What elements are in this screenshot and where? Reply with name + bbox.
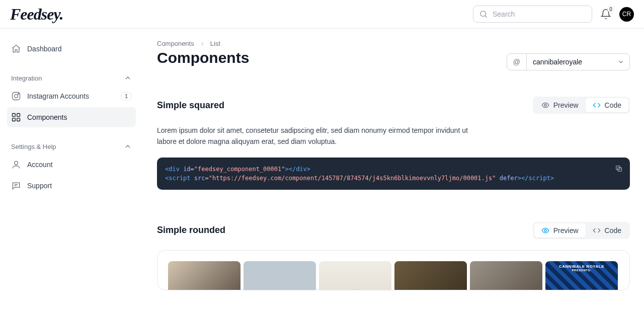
notifications-button[interactable]: 0 bbox=[600, 9, 611, 20]
preview-toggle-button[interactable]: Preview bbox=[534, 223, 586, 238]
sidebar-item-support[interactable]: Support bbox=[7, 176, 136, 196]
copy-button[interactable] bbox=[613, 163, 625, 175]
eye-icon bbox=[541, 226, 549, 235]
account-prefix: @ bbox=[507, 54, 527, 70]
toggle-label: Preview bbox=[553, 101, 579, 109]
svg-rect-6 bbox=[17, 114, 20, 117]
section-label: Integration bbox=[11, 74, 42, 82]
sidebar-item-label: Dashboard bbox=[27, 45, 62, 53]
chevron-up-icon bbox=[124, 74, 132, 82]
code-toggle-button[interactable]: Code bbox=[586, 223, 628, 238]
view-toggle: Preview Code bbox=[533, 222, 630, 239]
svg-point-0 bbox=[480, 11, 486, 17]
instagram-icon bbox=[11, 91, 21, 101]
sidebar-item-instagram-accounts[interactable]: Instagram Accounts 1 bbox=[7, 86, 136, 106]
chevron-right-icon bbox=[199, 41, 205, 47]
toggle-label: Code bbox=[605, 226, 621, 235]
preview-toggle-button[interactable]: Preview bbox=[534, 98, 586, 112]
toggle-label: Preview bbox=[553, 226, 579, 235]
svg-point-3 bbox=[15, 95, 18, 98]
toggle-label: Code bbox=[605, 101, 621, 109]
sidebar-item-dashboard[interactable]: Dashboard bbox=[7, 39, 136, 59]
code-icon bbox=[593, 101, 601, 109]
gallery-preview: CANNIBALE ROYALEPRESENTS: bbox=[157, 250, 630, 290]
breadcrumb: Components List bbox=[157, 40, 630, 47]
search-wrap bbox=[473, 6, 592, 23]
svg-point-9 bbox=[15, 161, 18, 165]
section-label: Settings & Help bbox=[11, 143, 56, 150]
gallery-item[interactable]: CANNIBALE ROYALEPRESENTS: bbox=[545, 261, 618, 290]
gallery-item[interactable] bbox=[244, 261, 316, 290]
gallery-item[interactable] bbox=[168, 261, 240, 290]
svg-point-15 bbox=[544, 229, 546, 231]
home-icon bbox=[11, 44, 21, 54]
gallery-item[interactable] bbox=[470, 261, 542, 290]
grid-icon bbox=[11, 112, 21, 122]
sidebar-item-label: Support bbox=[27, 182, 52, 190]
avatar[interactable]: CR bbox=[619, 7, 634, 22]
instagram-count-badge: 1 bbox=[121, 92, 132, 100]
notification-count-badge: 0 bbox=[607, 6, 614, 13]
gallery-item[interactable] bbox=[394, 261, 467, 290]
app-logo[interactable]: Feedsey. bbox=[10, 5, 63, 24]
component-section-simple-rounded: Simple rounded Preview Code bbox=[157, 222, 630, 290]
breadcrumb-leaf: List bbox=[210, 40, 220, 47]
sidebar-section-integration[interactable]: Integration bbox=[7, 69, 136, 86]
svg-line-1 bbox=[485, 16, 487, 17]
chevron-up-icon bbox=[124, 142, 132, 150]
view-toggle: Preview Code bbox=[533, 97, 630, 114]
section-title: Simple squared bbox=[157, 100, 224, 111]
code-snippet: <div id="feedsey_component_00001"></div>… bbox=[157, 158, 630, 190]
user-icon bbox=[11, 160, 21, 170]
account-value: cannibaleroyale bbox=[527, 58, 617, 66]
chat-icon bbox=[11, 181, 21, 191]
section-title: Simple rounded bbox=[157, 225, 225, 236]
svg-point-4 bbox=[18, 94, 19, 95]
sidebar-item-account[interactable]: Account bbox=[7, 154, 136, 175]
copy-icon bbox=[615, 165, 623, 173]
gallery-item[interactable] bbox=[319, 261, 391, 290]
breadcrumb-root[interactable]: Components bbox=[157, 40, 194, 47]
sidebar-item-components[interactable]: Components bbox=[7, 107, 136, 127]
svg-rect-8 bbox=[17, 118, 20, 121]
section-description: Lorem ipsum dolor sit amet, consetetur s… bbox=[157, 125, 469, 147]
svg-rect-5 bbox=[13, 114, 16, 117]
search-icon bbox=[479, 10, 488, 19]
sidebar-item-label: Account bbox=[27, 161, 53, 169]
sidebar-item-label: Components bbox=[27, 113, 67, 121]
sidebar-item-label: Instagram Accounts bbox=[27, 92, 89, 100]
sidebar-section-settings[interactable]: Settings & Help bbox=[7, 137, 136, 154]
code-icon bbox=[593, 226, 601, 235]
component-section-simple-squared: Simple squared Preview Code Lorem ipsum … bbox=[157, 97, 630, 190]
search-input[interactable] bbox=[473, 6, 592, 23]
chevron-down-icon bbox=[617, 58, 624, 65]
account-selector[interactable]: @ cannibaleroyale bbox=[507, 53, 630, 70]
svg-rect-7 bbox=[13, 118, 16, 121]
sidebar: Dashboard Integration Instagram Accounts… bbox=[0, 29, 143, 290]
eye-icon bbox=[541, 101, 549, 109]
code-toggle-button[interactable]: Code bbox=[586, 98, 628, 112]
svg-point-12 bbox=[544, 104, 546, 106]
main-content: Components List Components @ cannibalero… bbox=[143, 29, 644, 290]
page-title: Components bbox=[157, 49, 249, 66]
